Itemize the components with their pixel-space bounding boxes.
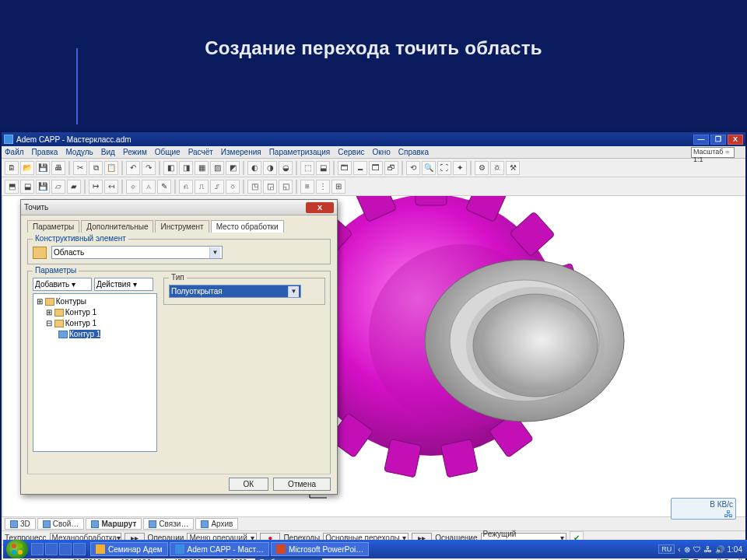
tool-icon[interactable]: ◱ [279,180,293,194]
menu-calc[interactable]: Расчёт [188,148,213,156]
tool-icon[interactable]: ⬓ [316,161,330,175]
save-icon[interactable]: 💾 [36,161,50,175]
tool-icon[interactable]: ⟑ [142,180,156,194]
tool-icon[interactable]: ↤ [104,180,118,194]
tool-icon[interactable]: ⚒ [506,161,520,175]
view-icon[interactable]: 🗖 [369,161,383,175]
dialog-titlebar[interactable]: Точить X [21,200,337,215]
contours-tree[interactable]: ⊞ Контуры ⊞ Контур 1 ⊟ Контур 1 Контур 1 [33,293,157,452]
menu-view[interactable]: Вид [101,148,115,156]
panel-tab-3d[interactable]: 3D [5,518,36,530]
redo-icon[interactable]: ↷ [142,161,156,175]
task-powerpoint[interactable]: Microsoft PowerPoi… [271,542,369,556]
fit-icon[interactable]: ⛶ [437,161,451,175]
ql-icon[interactable] [59,543,72,555]
tool-icon[interactable]: ⎍ [195,180,209,194]
tool-icon[interactable]: ◒ [279,161,293,175]
ql-icon[interactable] [45,543,58,555]
tool-icon[interactable]: ◳ [247,180,261,194]
lang-indicator[interactable]: RU [658,544,675,554]
tool-icon[interactable]: ⊞ [331,180,345,194]
tool-icon[interactable]: ▱ [51,180,65,194]
view-icon[interactable]: 🗕 [353,161,367,175]
actions-button[interactable]: Действия ▾ [94,278,153,291]
copy-icon[interactable]: ⧉ [89,161,103,175]
save-icon[interactable]: 💾 [36,180,50,194]
tool-icon[interactable]: ⛭ [490,161,504,175]
tool-icon[interactable]: ⬚ [300,161,314,175]
menu-help[interactable]: Справка [398,148,429,156]
new-icon[interactable]: 🗎 [5,161,19,175]
tray-icon[interactable]: 🛡 [693,545,701,554]
panel-tab-route[interactable]: Маршрут [86,518,142,530]
tool-icon[interactable]: ≡ [300,180,314,194]
start-button[interactable] [6,540,28,558]
print-icon[interactable]: 🖶 [51,161,65,175]
tool-icon[interactable]: ◐ [247,161,261,175]
ql-icon[interactable] [73,543,86,555]
tool-icon[interactable]: ✎ [157,180,171,194]
menu-module[interactable]: Модуль [65,148,93,156]
tool-icon[interactable]: ◨ [179,161,193,175]
menu-edit[interactable]: Правка [32,148,58,156]
panel-tab-links[interactable]: Связи… [143,518,194,530]
minimize-button[interactable]: — [693,135,709,145]
add-button[interactable]: Добавить ▾ [33,278,92,291]
svg-point-10 [18,544,23,548]
tool-icon[interactable]: ⬒ [5,180,19,194]
tray-icon[interactable]: ⊗ [684,545,690,554]
scale-field[interactable]: Масштаб = 1:1 [691,147,735,158]
tool-icon[interactable]: ◑ [263,161,277,175]
tray-icon[interactable]: ‹ [678,545,680,554]
cut-icon[interactable]: ✂ [73,161,87,175]
tool-icon[interactable]: ✦ [453,161,467,175]
tool-icon[interactable]: ⬓ [20,180,34,194]
menu-general[interactable]: Общие [155,148,181,156]
tab-place[interactable]: Место обработки [211,220,284,233]
tool-icon[interactable]: ⟐ [126,180,140,194]
menu-measure[interactable]: Измерения [221,148,261,156]
zoom-icon[interactable]: 🔍 [422,161,436,175]
menu-param[interactable]: Параметризация [269,148,331,156]
tool-icon[interactable]: ◩ [226,161,240,175]
tool-icon[interactable]: ⚙ [475,161,489,175]
tab-tool[interactable]: Инструмент [155,220,209,233]
task-adem[interactable]: Adem CAPP - Маст… [170,542,269,556]
type-select[interactable]: Полуоткрытая▼ [169,285,301,298]
tab-params[interactable]: Параметры [27,220,79,233]
dialog-close-button[interactable]: X [306,202,334,213]
tool-icon[interactable]: ▰ [67,180,81,194]
undo-icon[interactable]: ↶ [126,161,140,175]
element-select[interactable]: Область▼ [51,246,223,259]
task-seminar[interactable]: Семинар Адем [90,542,168,556]
menu-service[interactable]: Сервис [338,148,364,156]
cancel-button[interactable]: Отмена [273,478,331,491]
panel-tab-properties[interactable]: Свой… [37,518,85,530]
close-button[interactable]: X [728,135,743,145]
menu-window[interactable]: Окно [373,148,391,156]
tool-icon[interactable]: ◧ [163,161,177,175]
menu-mode[interactable]: Режим [123,148,147,156]
tool-icon[interactable]: ◲ [263,180,277,194]
rotate-icon[interactable]: ⟲ [406,161,420,175]
menu-file[interactable]: Файл [5,148,24,156]
tray-icon[interactable]: 🔊 [715,545,724,554]
tab-extra[interactable]: Дополнительные [81,220,153,233]
tool-icon[interactable]: ▦ [195,161,209,175]
tool-icon[interactable]: ⎏ [226,180,240,194]
tool-icon[interactable]: ⎌ [179,180,193,194]
tool-icon[interactable]: ▧ [210,161,224,175]
view-icon[interactable]: 🗔 [338,161,352,175]
tool-icon[interactable]: ↦ [89,180,103,194]
ql-icon[interactable] [31,543,44,555]
panel-tab-archive[interactable]: Архив [195,518,238,530]
maximize-button[interactable]: ❐ [710,135,726,145]
ok-button[interactable]: ОК [229,478,269,491]
tree-selected[interactable]: Контур 1 [69,330,100,338]
open-icon[interactable]: 📂 [20,161,34,175]
paste-icon[interactable]: 📋 [104,161,118,175]
view-icon[interactable]: 🗗 [384,161,398,175]
tray-icon[interactable]: 🖧 [704,545,712,554]
tool-icon[interactable]: ⋮ [316,180,330,194]
tool-icon[interactable]: ⎎ [210,180,224,194]
